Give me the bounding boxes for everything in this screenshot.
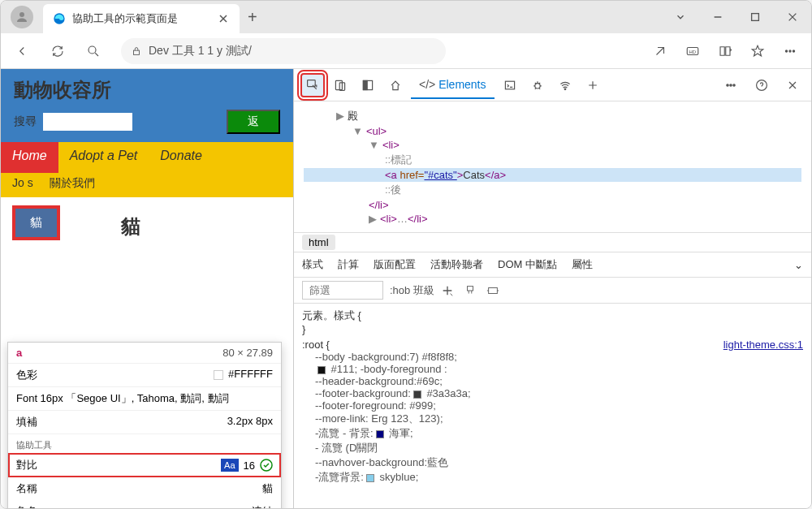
dom-breadcrumb[interactable]: html [294, 232, 811, 252]
nav-home[interactable]: Home [1, 142, 58, 173]
hd-icon[interactable]: HD [678, 37, 707, 66]
site-title: 動物收容所 [14, 77, 280, 103]
svg-rect-2 [752, 14, 759, 21]
svg-point-21 [730, 84, 732, 85]
url-text: Dev 工具 1 1 y 測試/ [149, 44, 252, 58]
devtools-panel: </> Elements ▶殿 ▼<ul> ▼<li> ::標記 <a href… [293, 69, 811, 508]
browser-toolbar: Dev 工具 1 1 y 測試/ HD [1, 33, 811, 69]
network-icon[interactable] [553, 73, 577, 97]
contrast-badge: Aa [221, 459, 238, 472]
tooltip-a11y-section: 協助工具 [8, 434, 281, 453]
tab-listeners[interactable]: 活動聆聽者 [430, 257, 483, 272]
back-button[interactable] [7, 37, 37, 66]
svg-point-19 [564, 88, 566, 90]
tooltip-role-val: 連結 [252, 504, 273, 509]
window-minimize-icon[interactable] [699, 1, 736, 33]
box-model-icon[interactable] [486, 284, 499, 297]
check-icon [260, 459, 273, 472]
new-tab-button[interactable]: + [248, 8, 257, 27]
styles-filter-input[interactable] [302, 281, 383, 300]
tab-layout[interactable]: 版面配置 [374, 257, 416, 272]
svg-rect-25 [489, 287, 498, 293]
svg-point-7 [785, 50, 787, 51]
tooltip-contrast-row: 對比 Aa 16 [8, 453, 281, 477]
nav-adopt[interactable]: Adopt a Pet [58, 142, 149, 173]
search-input[interactable] [43, 113, 132, 131]
tooltip-font: Font 16px 「Segoe UI」, Tahoma, 動詞, 動詞 [16, 391, 229, 406]
browser-tab[interactable]: 協助工具的示範頁面是 [43, 4, 240, 33]
tooltip-color-val: #FFFFFF [214, 368, 273, 382]
secondary-nav: Jo s 關於我們 [1, 173, 293, 197]
page-content: 動物收容所 搜尋 返 Home Adopt a Pet Donate Jo s … [1, 69, 293, 508]
tooltip-name-label: 名稱 [16, 481, 37, 496]
devtools-close-icon[interactable] [780, 73, 805, 97]
nav2-jos[interactable]: Jo s [12, 173, 33, 197]
window-close-icon[interactable] [774, 1, 811, 33]
tooltip-element-tag: a [16, 347, 22, 359]
favorite-icon[interactable] [743, 37, 772, 66]
window-maximize-icon[interactable] [736, 1, 774, 33]
user-avatar-icon[interactable] [11, 6, 33, 28]
devtools-toolbar: </> Elements [294, 69, 811, 101]
inspect-tooltip: a 80 × 27.89 色彩 #FFFFFF Font 16px 「Segoe… [7, 342, 282, 509]
window-dropdown-icon[interactable] [662, 1, 699, 33]
selected-dom-node[interactable]: <a href="#cats">Cats</a> [304, 168, 801, 182]
svg-point-20 [727, 84, 728, 85]
svg-point-3 [89, 46, 96, 54]
site-header: 動物收容所 搜尋 返 [1, 69, 293, 142]
svg-rect-12 [308, 80, 316, 86]
tooltip-name-val: 貓 [262, 481, 273, 496]
sidebar-cats-button[interactable]: 貓 [14, 207, 58, 239]
reading-icon[interactable] [710, 37, 740, 66]
stylesheet-link[interactable]: light-theme.css:1 [723, 339, 803, 351]
contrast-value: 16 [244, 459, 255, 472]
tab-breakpoints[interactable]: DOM 中斷點 [498, 257, 557, 272]
address-bar[interactable]: Dev 工具 1 1 y 測試/ [121, 38, 446, 64]
more-icon[interactable] [775, 37, 805, 66]
elements-tab[interactable]: </> Elements [411, 71, 495, 99]
styles-body[interactable]: 元素。樣式 { } :root { light-theme.css:1 --bo… [294, 304, 811, 508]
tab-styles[interactable]: 樣式 [302, 257, 323, 272]
svg-point-9 [793, 50, 794, 51]
tooltip-role-label: 角色 [16, 504, 37, 509]
titlebar: 協助工具的示範頁面是 + [1, 1, 811, 33]
devtools-more-icon[interactable] [719, 73, 743, 97]
search-button[interactable] [79, 37, 108, 66]
svg-rect-4 [134, 50, 140, 54]
dock-button[interactable] [356, 73, 380, 97]
nav2-about[interactable]: 關於我們 [50, 173, 95, 197]
bug-icon[interactable] [525, 73, 550, 97]
new-style-icon[interactable] [441, 284, 454, 297]
tab-properties[interactable]: 屬性 [572, 257, 593, 272]
inspect-element-button[interactable] [300, 73, 325, 97]
devtools-help-icon[interactable] [749, 73, 774, 97]
styles-filter-row: :hob 班級 [294, 278, 811, 304]
device-toggle-button[interactable] [328, 73, 352, 97]
chevron-down-icon[interactable]: ⌄ [794, 259, 803, 271]
tab-close-icon[interactable] [217, 12, 230, 25]
welcome-icon[interactable] [383, 73, 408, 97]
brush-icon[interactable] [464, 284, 477, 297]
refresh-button[interactable] [43, 37, 72, 66]
tab-computed[interactable]: 計算 [338, 257, 359, 272]
hov-toggle[interactable]: :hob 班級 [390, 283, 434, 298]
svg-rect-24 [467, 286, 473, 290]
svg-point-23 [757, 80, 767, 90]
tooltip-contrast-label: 對比 [16, 458, 37, 472]
go-button[interactable]: 返 [227, 110, 280, 134]
lock-icon [131, 45, 142, 57]
svg-text:HD: HD [689, 50, 697, 54]
nav-donate[interactable]: Donate [149, 142, 214, 173]
add-tab-button[interactable] [581, 73, 605, 97]
tooltip-padding-val: 3.2px 8px [227, 415, 273, 429]
tooltip-padding-label: 填補 [16, 415, 37, 429]
tooltip-color-label: 色彩 [16, 368, 37, 382]
svg-point-22 [733, 84, 735, 85]
tooltip-dimensions: 80 × 27.89 [222, 347, 273, 359]
console-icon[interactable] [498, 73, 522, 97]
read-aloud-icon[interactable] [646, 37, 675, 66]
styles-tabs: 樣式 計算 版面配置 活動聆聽者 DOM 中斷點 屬性 ⌄ [294, 252, 811, 278]
svg-rect-13 [335, 80, 342, 89]
dom-tree[interactable]: ▶殿 ▼<ul> ▼<li> ::標記 <a href="#cats">Cats… [294, 101, 811, 232]
search-label: 搜尋 [14, 114, 37, 129]
